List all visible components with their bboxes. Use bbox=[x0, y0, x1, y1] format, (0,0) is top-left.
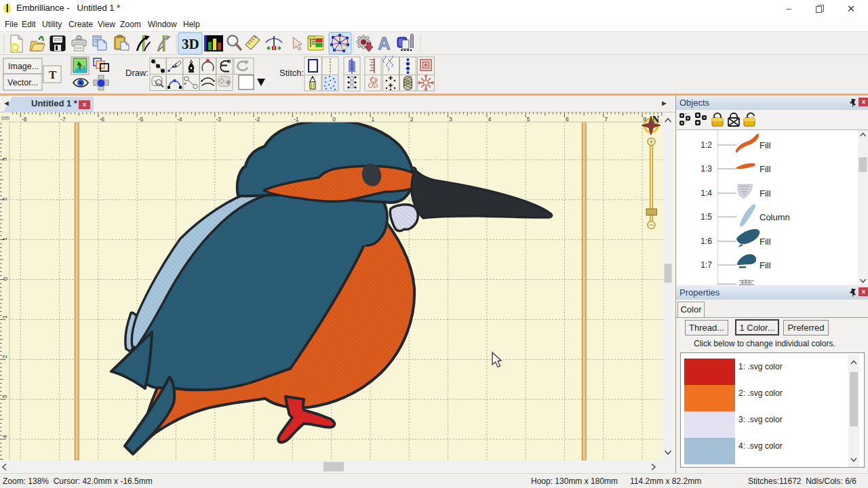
svg-text:Draw:: Draw: bbox=[125, 68, 149, 78]
svg-text:2: 2 bbox=[2, 197, 9, 201]
svg-text:Fill: Fill bbox=[760, 164, 771, 174]
svg-text:0: 0 bbox=[2, 277, 9, 281]
svg-text:1:6: 1:6 bbox=[701, 237, 712, 246]
svg-text:1: 1 bbox=[2, 237, 9, 241]
svg-text:-6: -6 bbox=[99, 116, 104, 123]
svg-text:1:4: 1:4 bbox=[701, 188, 712, 198]
svg-text:Fill: Fill bbox=[760, 260, 771, 270]
svg-text:-5: -5 bbox=[138, 116, 144, 123]
svg-text:7: 7 bbox=[604, 116, 608, 123]
svg-text:1:7: 1:7 bbox=[701, 260, 712, 270]
svg-text:-3: -3 bbox=[216, 116, 221, 123]
svg-text:Fill: Fill bbox=[760, 188, 771, 199]
svg-text:Column: Column bbox=[760, 212, 790, 222]
svg-text:1:2: 1:2 bbox=[701, 140, 712, 150]
svg-text:2: 2 bbox=[410, 116, 414, 123]
svg-text:3: 3 bbox=[2, 157, 9, 161]
svg-text:Stitch:: Stitch: bbox=[279, 68, 304, 78]
svg-text:5: 5 bbox=[527, 116, 530, 123]
svg-text:-1: -1 bbox=[294, 116, 299, 123]
svg-text:cm: cm bbox=[1, 115, 9, 121]
svg-text:-2: -2 bbox=[2, 355, 9, 361]
svg-text:8: 8 bbox=[644, 116, 647, 123]
svg-text:-7: -7 bbox=[60, 116, 66, 123]
svg-text:-3: -3 bbox=[2, 395, 9, 401]
svg-text:T: T bbox=[49, 68, 57, 81]
svg-text:-8: -8 bbox=[22, 116, 27, 123]
svg-text:A: A bbox=[378, 33, 391, 54]
svg-text:N: N bbox=[652, 115, 659, 125]
svg-text:3: 3 bbox=[449, 116, 452, 123]
svg-text:1:5: 1:5 bbox=[701, 212, 712, 222]
svg-text:1:3: 1:3 bbox=[701, 164, 712, 174]
svg-text:6: 6 bbox=[566, 116, 569, 123]
svg-text:Vector...: Vector... bbox=[7, 78, 38, 87]
svg-text:-4: -4 bbox=[2, 435, 9, 441]
svg-text:4: 4 bbox=[488, 116, 491, 123]
svg-text:Fill: Fill bbox=[760, 140, 771, 150]
svg-text:-4: -4 bbox=[177, 116, 182, 123]
svg-text:Image...: Image... bbox=[8, 62, 39, 71]
svg-text:-2: -2 bbox=[255, 116, 260, 123]
svg-text:0: 0 bbox=[332, 116, 336, 123]
svg-text:3D: 3D bbox=[182, 36, 199, 52]
svg-text:-1: -1 bbox=[2, 315, 9, 321]
svg-text:Fill: Fill bbox=[760, 237, 771, 247]
svg-text:1: 1 bbox=[372, 116, 375, 123]
